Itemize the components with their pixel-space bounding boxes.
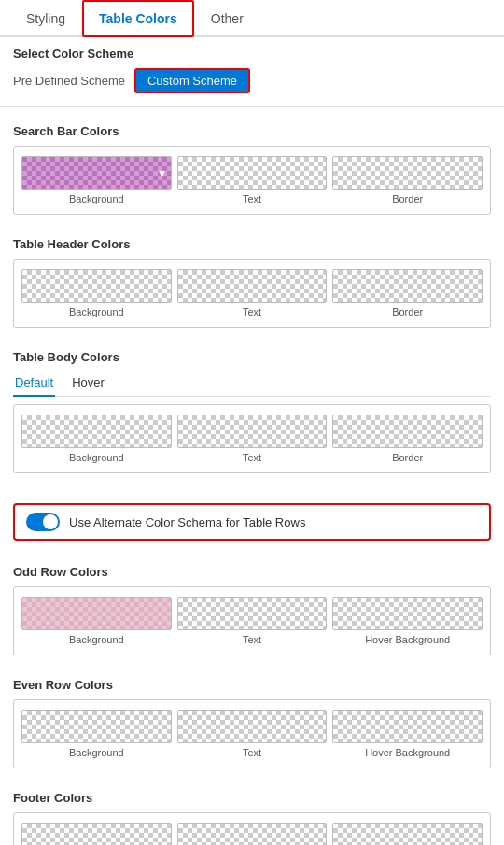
header-border-label: Border	[392, 306, 423, 317]
even-row-section: Even Row Colors Background Text Hover Ba…	[0, 669, 504, 782]
odd-bg-color[interactable]	[21, 597, 172, 630]
toggle-label: Use Alternate Color Schema for Table Row…	[69, 515, 305, 529]
odd-text-color[interactable]	[177, 597, 328, 630]
footer-swatches: Background Active Border	[13, 812, 491, 845]
body-text-color[interactable]	[177, 415, 328, 448]
footer-active-swatch[interactable]: Active	[177, 823, 328, 845]
custom-scheme-button[interactable]: Custom Scheme	[134, 68, 250, 93]
search-bg-color[interactable]	[21, 156, 172, 190]
body-bg-color[interactable]	[21, 415, 172, 448]
table-header-section: Table Header Colors Background Text Bord…	[0, 228, 504, 341]
footer-bg-color[interactable]	[21, 823, 172, 845]
even-text-color[interactable]	[177, 710, 328, 743]
footer-bg-swatch[interactable]: Background	[21, 823, 172, 845]
footer-border-color[interactable]	[332, 823, 483, 845]
tab-styling[interactable]: Styling	[9, 0, 82, 37]
even-bg-color[interactable]	[21, 710, 172, 743]
table-body-title: Table Body Colors	[13, 350, 491, 364]
header-bg-swatch[interactable]: Background	[21, 269, 172, 317]
odd-hover-bg-swatch[interactable]: Hover Background	[332, 597, 483, 645]
body-text-swatch[interactable]: Text	[177, 415, 328, 463]
search-bar-title: Search Bar Colors	[13, 124, 491, 138]
header-text-label: Text	[243, 306, 261, 317]
even-hover-bg-label: Hover Background	[365, 747, 450, 758]
even-row-title: Even Row Colors	[13, 678, 491, 692]
search-text-swatch[interactable]: Text	[177, 156, 328, 204]
table-body-section: Table Body Colors Default Hover Backgrou…	[0, 341, 504, 486]
footer-title: Footer Colors	[13, 791, 491, 805]
search-text-label: Text	[243, 193, 261, 204]
tab-bar: Styling Table Colors Other	[0, 0, 504, 37]
toggle-section: Use Alternate Color Schema for Table Row…	[0, 486, 504, 556]
odd-row-section: Odd Row Colors Background Text Hover Bac…	[0, 556, 504, 669]
search-text-color[interactable]	[177, 156, 328, 190]
header-bg-color[interactable]	[21, 269, 172, 303]
odd-row-swatches: Background Text Hover Background	[13, 586, 491, 655]
odd-text-label: Text	[243, 634, 261, 645]
body-border-color[interactable]	[332, 415, 483, 448]
tab-other[interactable]: Other	[194, 0, 260, 37]
body-bg-label: Background	[69, 452, 124, 463]
sub-tab-hover[interactable]: Hover	[70, 372, 106, 397]
even-text-swatch[interactable]: Text	[177, 710, 328, 758]
odd-row-title: Odd Row Colors	[13, 565, 491, 579]
table-header-swatches: Background Text Border	[13, 259, 491, 328]
body-border-swatch[interactable]: Border	[332, 415, 483, 463]
color-scheme-section: Select Color Scheme Pre Defined Scheme C…	[0, 37, 504, 103]
body-border-label: Border	[392, 452, 423, 463]
even-hover-bg-color[interactable]	[332, 710, 483, 743]
header-text-swatch[interactable]: Text	[177, 269, 328, 317]
color-scheme-title: Select Color Scheme	[13, 47, 491, 61]
odd-bg-label: Background	[69, 634, 124, 645]
even-hover-bg-swatch[interactable]: Hover Background	[332, 710, 483, 758]
odd-hover-bg-label: Hover Background	[365, 634, 450, 645]
search-border-label: Border	[392, 193, 423, 204]
header-border-color[interactable]	[332, 269, 483, 303]
predefined-label: Pre Defined Scheme	[13, 74, 125, 88]
search-bg-swatch[interactable]: Background	[21, 156, 172, 204]
header-bg-label: Background	[69, 306, 124, 317]
body-text-label: Text	[243, 452, 261, 463]
footer-section: Footer Colors Background Active Border	[0, 782, 504, 845]
footer-border-swatch[interactable]: Border	[332, 823, 483, 845]
body-sub-tabs: Default Hover	[13, 372, 491, 397]
header-text-color[interactable]	[177, 269, 328, 303]
scheme-row: Pre Defined Scheme Custom Scheme	[13, 68, 491, 93]
header-border-swatch[interactable]: Border	[332, 269, 483, 317]
search-bg-label: Background	[69, 193, 124, 204]
search-bar-section: Search Bar Colors Background Text Border	[0, 115, 504, 228]
odd-hover-bg-color[interactable]	[332, 597, 483, 630]
alternate-color-toggle-row: Use Alternate Color Schema for Table Row…	[13, 503, 491, 541]
search-border-color[interactable]	[332, 156, 483, 190]
even-bg-swatch[interactable]: Background	[21, 710, 172, 758]
search-bar-swatches: Background Text Border	[13, 146, 491, 215]
search-border-swatch[interactable]: Border	[332, 156, 483, 204]
odd-text-swatch[interactable]: Text	[177, 597, 328, 645]
footer-active-color[interactable]	[177, 823, 328, 845]
sub-tab-default[interactable]: Default	[13, 372, 55, 397]
alternate-color-toggle[interactable]	[26, 513, 60, 531]
odd-bg-swatch[interactable]: Background	[21, 597, 172, 645]
table-header-title: Table Header Colors	[13, 237, 491, 251]
even-bg-label: Background	[69, 747, 124, 758]
even-text-label: Text	[243, 747, 261, 758]
table-body-swatches: Background Text Border	[13, 404, 491, 473]
body-bg-swatch[interactable]: Background	[21, 415, 172, 463]
even-row-swatches: Background Text Hover Background	[13, 699, 491, 768]
tab-table-colors[interactable]: Table Colors	[82, 0, 194, 37]
